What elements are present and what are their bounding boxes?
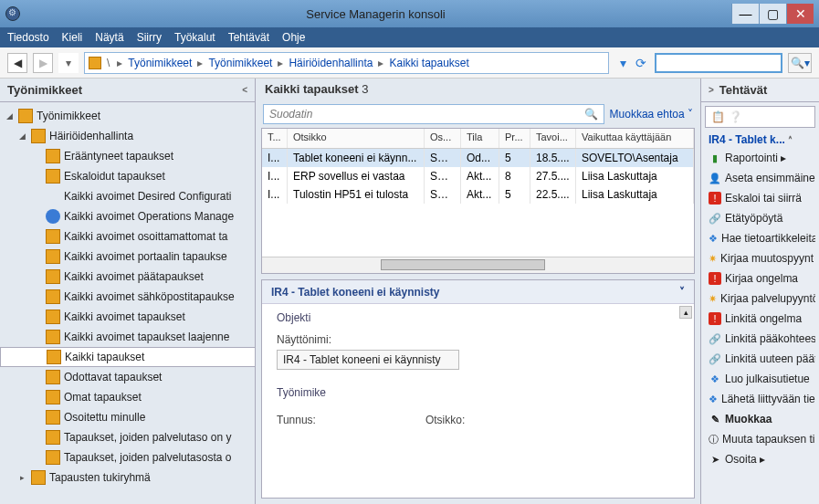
detail-v-scrollbar[interactable]: ▴ [679,306,692,436]
grid-h-scrollbar[interactable] [262,257,694,273]
nav-tree-item[interactable]: Kaikki avoimet sähköpostitapaukse [0,287,255,307]
tasks-pane: > Tehtävät 📋 ❔ IR4 - Tablet k... ˄ ▮Rapo… [700,79,819,504]
task-item[interactable]: ❖Lähetä liittyvään tie [705,389,815,409]
detail-header-title: IR4 - Tablet koneeni ei käynnisty [271,286,440,299]
nav-tree-item[interactable]: ◢Häiriöidenhallinta [0,126,255,146]
task-item[interactable]: 🔗Linkitä uuteen päät [705,349,815,369]
task-item[interactable]: ✷Kirjaa palvelupyyntö [705,289,815,309]
nav-pane-header: Työnimikkeet < [0,79,255,102]
task-icon: ✎ [709,413,721,425]
minimize-button[interactable]: — [731,4,759,24]
clipboard-icon[interactable]: 📋 [711,110,725,123]
detail-section-object: Objekti [277,311,679,324]
nav-back-button[interactable]: ◀ [7,53,27,73]
breadcrumb-item[interactable]: Kaikki tapaukset [389,57,468,69]
task-item[interactable]: ▮Raportointi ▸ [705,148,815,168]
task-item[interactable]: ⓘMuuta tapauksen ti [705,429,815,449]
nav-pane-title: Työnimikkeet [7,83,82,97]
search-button[interactable]: 🔍▾ [788,53,812,73]
task-item[interactable]: !Linkitä ongelma [705,309,815,329]
col-title[interactable]: Otsikko [288,129,425,148]
refresh-icon[interactable]: ⟳ [633,55,649,71]
detail-label-displayname: Näyttönimi: [277,333,679,346]
task-item[interactable]: ➤Osoita ▸ [705,449,815,469]
nav-tree-item[interactable]: ▸Tapausten tukiryhmä [0,467,255,488]
dropdown-icon[interactable]: ▾ [614,55,631,71]
breadcrumb[interactable]: \▸ Työnimikkeet▸ Työnimikkeet▸ Häiriöide… [84,52,609,74]
nav-tree-item[interactable]: Kaikki avoimet Operations Manage [0,206,255,226]
task-item[interactable]: ✎Muokkaa [705,409,815,429]
filter-placeholder: Suodatin [269,108,312,121]
task-item[interactable]: ✷Kirjaa muutospyynt [705,248,815,268]
results-grid: T... Otsikko Os... Tila Pr... Tavoi... V… [261,128,695,274]
nav-collapse-icon[interactable]: < [242,85,247,95]
nav-tree-item[interactable]: Erääntyneet tapaukset [0,146,255,166]
menu-tools[interactable]: Työkalut [174,31,215,44]
task-item[interactable]: ❖Hae tietoartikkeleita [705,228,815,248]
nav-tree-item[interactable]: Tapaukset, joiden palvelutasosta o [0,447,255,467]
filter-input[interactable]: Suodatin 🔍 [263,104,604,124]
col-due[interactable]: Tavoi... [530,129,576,148]
breadcrumb-item[interactable]: Työnimikkeet [208,57,272,69]
task-item[interactable]: ❖Luo julkaisutietue [705,369,815,389]
menu-bar: Tiedosto Kieli Näytä Siirry Työkalut Teh… [0,27,819,47]
search-input[interactable] [655,53,782,73]
menu-tasks[interactable]: Tehtävät [228,31,269,44]
nav-tree-item[interactable]: Omat tapaukset [0,387,255,407]
nav-tree-item[interactable]: Tapaukset, joiden palvelutaso on y [0,427,255,447]
breadcrumb-item[interactable]: Työnimikkeet [128,57,192,69]
title-bar: Service Managerin konsoli — ▢ ✕ [0,0,819,27]
table-row[interactable]: I...Tablet koneeni ei käynn...SO...Od...… [262,149,694,167]
menu-view[interactable]: Näytä [95,31,123,44]
menu-file[interactable]: Tiedosto [7,31,49,44]
col-user[interactable]: Vaikuttaa käyttäjään [576,129,694,148]
nav-tree-item[interactable]: ◢Työnimikkeet [0,106,255,126]
nav-tree-item[interactable]: Osoitettu minulle [0,407,255,427]
menu-help[interactable]: Ohje [282,31,305,44]
help-icon[interactable]: ❔ [729,110,742,123]
window-buttons: — ▢ ✕ [731,4,814,24]
task-item[interactable]: 🔗Linkitä pääkohteese [705,329,815,349]
nav-tree-item[interactable]: Odottavat tapaukset [0,367,255,387]
col-pri[interactable]: Pr... [499,129,530,148]
task-item[interactable]: !Kirjaa ongelma [705,268,815,289]
tasks-collapse-icon[interactable]: > [709,85,714,95]
nav-tree-item[interactable]: Kaikki avoimet tapaukset laajenne [0,327,255,347]
tasks-toolbar: 📋 ❔ [705,106,815,128]
nav-tree-item[interactable]: Kaikki avoimet päätapaukset [0,267,255,287]
breadcrumb-item[interactable]: Häiriöidenhallinta [289,57,373,69]
task-item[interactable]: !Eskaloi tai siirrä [705,188,815,208]
nav-tree-item[interactable]: Kaikki tapaukset [0,347,255,367]
nav-history-button[interactable]: ▾ [58,53,79,73]
col-owner[interactable]: Os... [425,129,461,148]
nav-tree-item[interactable]: Kaikki avoimet portaalin tapaukse [0,247,255,267]
task-icon: 🔗 [709,212,721,225]
nav-tree-item[interactable]: Kaikki avoimet osoittamattomat ta [0,226,255,247]
menu-language[interactable]: Kieli [62,31,83,44]
chevron-down-icon[interactable]: ˅ [679,286,685,299]
detail-label-title: Otsikko: [425,414,465,426]
maximize-button[interactable]: ▢ [759,4,786,24]
nav-forward-button[interactable]: ▶ [33,53,53,73]
task-icon: ! [709,192,721,205]
nav-tree-item[interactable]: Kaikki avoimet tapaukset [0,307,255,327]
edit-criteria-link[interactable]: Muokkaa ehtoa ˅ [610,108,693,121]
toolbar: ◀ ▶ ▾ \▸ Työnimikkeet▸ Työnimikkeet▸ Häi… [0,47,819,79]
task-icon: ✷ [709,292,717,305]
detail-pane: IR4 - Tablet koneeni ei käynnisty ˅ ▴ Ob… [261,279,695,499]
detail-label-id: Tunnus: [277,414,316,426]
detail-header[interactable]: IR4 - Tablet koneeni ei käynnisty ˅ [262,280,694,304]
task-icon: ! [709,272,721,285]
task-icon: 🔗 [709,332,721,345]
table-row[interactable]: I...Tulostin HP51 ei tulostaSO...Akt...5… [262,185,694,204]
menu-go[interactable]: Siirry [137,31,162,44]
nav-tree-item[interactable]: Kaikki avoimet Desired Configurati [0,186,255,206]
col-id[interactable]: T... [262,129,288,148]
col-state[interactable]: Tila [461,129,499,148]
table-row[interactable]: I...ERP sovellus ei vastaaSO...Akt...827… [262,167,694,185]
task-icon: ❖ [709,393,718,405]
task-item[interactable]: 🔗Etätyöpöytä [705,208,815,228]
close-button[interactable]: ✕ [786,4,814,24]
task-item[interactable]: 👤Aseta ensimmäinen [705,168,815,188]
nav-tree-item[interactable]: Eskaloidut tapaukset [0,166,255,186]
